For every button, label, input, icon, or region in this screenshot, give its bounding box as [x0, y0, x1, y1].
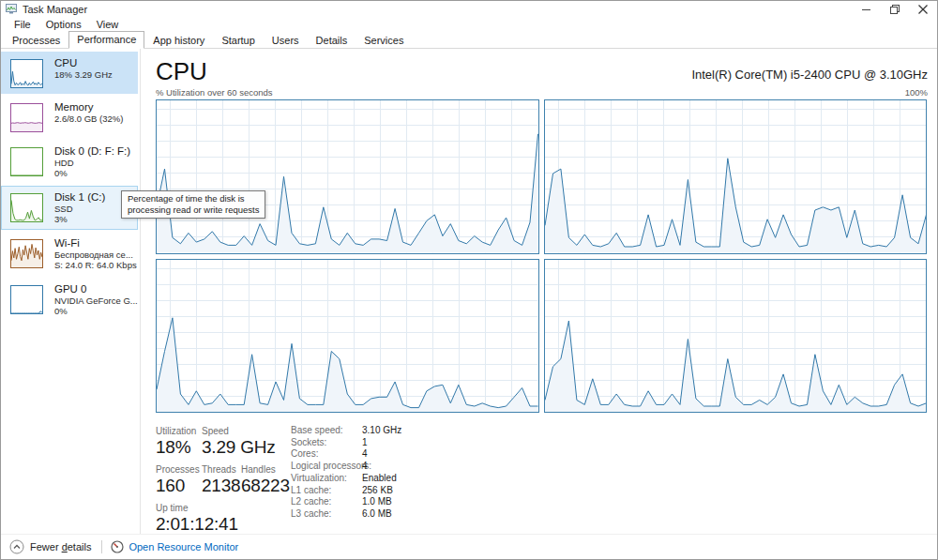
footer-bar: Fewer details Open Resource Monitor [1, 534, 937, 559]
disk0-sparkline-icon [10, 147, 43, 176]
sidebar-wifi-speeds: S: 24.0 R: 64.0 Kbps [54, 260, 135, 270]
detail-value: 4 [362, 448, 401, 461]
sidebar-disk0-type: HDD [54, 158, 130, 168]
sidebar-disk1-usage: 3% [54, 214, 105, 224]
disk1-sparkline-icon [10, 193, 43, 222]
minimize-icon [862, 5, 871, 14]
sidebar-gpu-title: GPU 0 [54, 283, 135, 295]
footer-separator [101, 540, 102, 553]
menu-bar: File Options View [1, 17, 937, 32]
cpu-core-charts [156, 99, 927, 413]
restore-icon [890, 5, 900, 14]
menu-view[interactable]: View [89, 18, 127, 31]
cpu-chart-core2 [544, 99, 928, 254]
page-title: CPU [156, 58, 207, 84]
sidebar-cpu-title: CPU [54, 57, 113, 69]
tab-app-history[interactable]: App history [144, 32, 213, 49]
sidebar-memory-stats: 2.6/8.0 GB (32%) [54, 114, 123, 124]
detail-label: L3 cache: [291, 508, 362, 521]
utilization-label: Utilization [156, 425, 202, 437]
gpu-sparkline-icon [10, 285, 43, 314]
handles-value: 68223 [241, 476, 291, 496]
detail-label: Base speed: [291, 425, 362, 437]
cpu-chart-core3 [156, 259, 539, 414]
detail-value: 256 KB [362, 485, 401, 497]
processes-label: Processes [156, 463, 202, 476]
tab-details[interactable]: Details [308, 32, 356, 49]
detail-label: Cores: [291, 448, 362, 461]
cpu-chart-core1 [156, 99, 539, 254]
restore-button[interactable] [881, 1, 909, 17]
speed-value: 3.29 GHz [202, 437, 291, 458]
sidebar-disk1-title: Disk 1 (C:) [54, 191, 105, 204]
tab-services[interactable]: Services [356, 32, 412, 49]
detail-value: 1.0 MB [362, 496, 401, 508]
close-icon [918, 5, 928, 14]
memory-sparkline-icon [10, 103, 43, 132]
sidebar-wifi-network: Беспроводная се... [54, 250, 135, 260]
sidebar-disk0-title: Disk 0 (D: F: F:) [54, 145, 130, 158]
uptime-value: 2:01:12:41 [156, 514, 291, 535]
cpu-stats: Utilization Speed 18% 3.29 GHz Processes… [156, 425, 928, 535]
cpu-performance-panel: CPU Intel(R) Core(TM) i5-2400 CPU @ 3.10… [141, 49, 937, 534]
window-title: Task Manager [23, 4, 87, 15]
chart-axis-max: 100% [905, 87, 928, 98]
open-resource-monitor-link[interactable]: Open Resource Monitor [111, 540, 238, 553]
sidebar-item-cpu[interactable]: CPU 18% 3.29 GHz [1, 52, 138, 94]
detail-value: 4 [362, 461, 401, 473]
sidebar-item-disk1[interactable]: Disk 1 (C:) SSD 3% [1, 186, 138, 230]
chevron-up-icon [9, 539, 24, 554]
sidebar-item-gpu[interactable]: GPU 0 NVIDIA GeForce G... 0% [1, 278, 138, 322]
sidebar-item-disk0[interactable]: Disk 0 (D: F: F:) HDD 0% [1, 140, 138, 184]
chart-axis-label: % Utilization over 60 seconds [156, 87, 273, 98]
tab-startup[interactable]: Startup [213, 32, 263, 49]
cpu-chart-core4 [544, 259, 928, 414]
task-manager-window: Task Manager File Options View Processes… [0, 0, 938, 560]
tab-processes[interactable]: Processes [4, 32, 68, 49]
detail-value: 3.10 GHz [362, 425, 401, 437]
uptime-label: Up time [156, 502, 291, 514]
sidebar-disk1-type: SSD [54, 204, 105, 214]
threads-label: Threads [202, 463, 241, 476]
detail-label: Sockets: [291, 437, 362, 449]
tab-users[interactable]: Users [264, 32, 308, 49]
sidebar-cpu-stats: 18% 3.29 GHz [54, 69, 113, 80]
detail-label: L1 cache: [291, 485, 362, 497]
tab-performance[interactable]: Performance [68, 31, 144, 49]
fewer-details-button[interactable]: Fewer details [9, 539, 91, 554]
sidebar-item-wifi[interactable]: Wi-Fi Беспроводная се... S: 24.0 R: 64.0… [1, 232, 138, 276]
sidebar-gpu-name: NVIDIA GeForce G... [54, 295, 135, 306]
resource-monitor-gauge-icon [111, 540, 124, 553]
threads-value: 2138 [202, 476, 241, 496]
sidebar-disk0-usage: 0% [54, 168, 130, 178]
title-bar: Task Manager [1, 1, 937, 17]
handles-label: Handles [241, 463, 291, 476]
processes-value: 160 [156, 476, 202, 496]
sidebar-memory-title: Memory [54, 101, 123, 114]
detail-value: Enabled [362, 473, 401, 485]
menu-file[interactable]: File [7, 18, 38, 31]
detail-value: 1 [362, 437, 401, 449]
detail-label: Virtualization: [291, 473, 362, 485]
cpu-details: Base speed:3.10 GHz Sockets:1 Cores:4 Lo… [291, 425, 401, 535]
wifi-sparkline-icon [10, 239, 43, 268]
content-area: CPU 18% 3.29 GHz Memory 2.6/8.0 GB (32%)… [1, 49, 937, 534]
performance-sidebar: CPU 18% 3.29 GHz Memory 2.6/8.0 GB (32%)… [1, 49, 141, 534]
sidebar-item-memory[interactable]: Memory 2.6/8.0 GB (32%) [1, 96, 138, 138]
close-button[interactable] [909, 1, 937, 17]
sidebar-gpu-usage: 0% [54, 306, 135, 316]
menu-options[interactable]: Options [38, 18, 89, 31]
sidebar-wifi-title: Wi-Fi [54, 237, 135, 250]
disk-tooltip: Percentage of time the disk is processin… [121, 190, 265, 219]
minimize-button[interactable] [853, 1, 881, 17]
tab-bar: Processes Performance App history Startu… [1, 32, 937, 49]
cpu-model-name: Intel(R) Core(TM) i5-2400 CPU @ 3.10GHz [691, 68, 928, 84]
detail-value: 6.0 MB [362, 508, 401, 521]
detail-label: Logical processors: [291, 461, 362, 473]
cpu-sparkline-icon [10, 59, 43, 88]
speed-label: Speed [202, 425, 291, 437]
task-manager-icon [6, 4, 17, 14]
detail-label: L2 cache: [291, 496, 362, 508]
utilization-value: 18% [156, 437, 202, 458]
